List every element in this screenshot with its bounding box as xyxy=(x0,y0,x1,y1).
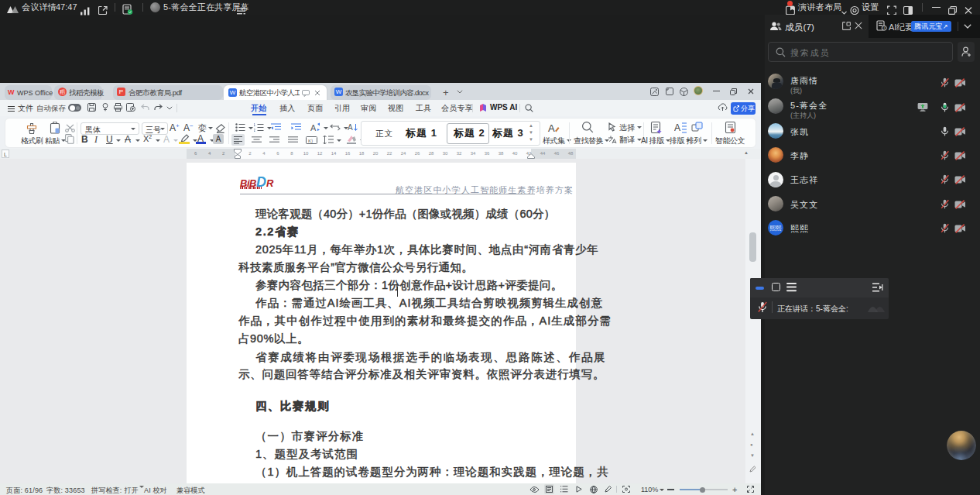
svg-text:1: 1 xyxy=(254,123,255,127)
svg-text:K⟩: K⟩ xyxy=(308,139,313,143)
svg-text:A: A xyxy=(310,123,317,132)
svg-text:2: 2 xyxy=(254,128,255,132)
svg-text:A: A xyxy=(674,122,680,133)
svg-text:A: A xyxy=(348,123,353,132)
svg-text:A: A xyxy=(548,122,555,134)
svg-text:i: i xyxy=(884,26,885,30)
